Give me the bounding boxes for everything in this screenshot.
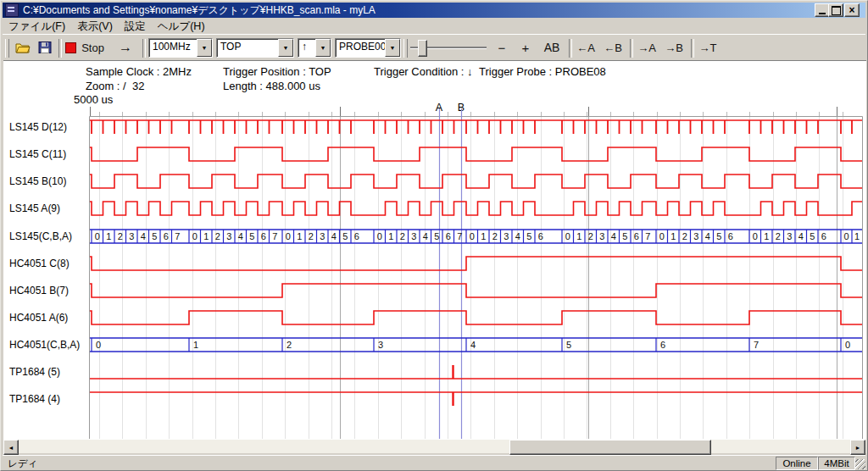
scrollbar-thumb[interactable]	[509, 440, 711, 455]
waveform-panel	[3, 60, 866, 441]
open-folder-icon	[15, 41, 31, 54]
trigger-position-value: TOP	[217, 39, 278, 57]
info-zoom: Zoom : / 32	[86, 80, 144, 92]
resize-grip[interactable]	[855, 459, 865, 469]
move-cursor-b-left-button[interactable]: ←B	[601, 36, 625, 58]
toolbar-separator	[691, 39, 694, 58]
title-bar[interactable]: C:¥Documents and Settings¥noname¥デスクトップ¥…	[3, 3, 865, 18]
menu-item-view[interactable]: 表示(V)	[71, 19, 119, 35]
signal-label: LS145 C(11)	[9, 147, 87, 161]
trigger-position-combo[interactable]: TOP ▼	[216, 38, 294, 58]
status-bar: レディ Online 4MBit	[3, 455, 865, 470]
trigger-probe-combo[interactable]: PROBE00 ▼	[335, 38, 401, 58]
signal-label: LS145 A(9)	[9, 202, 87, 215]
scroll-left-button[interactable]: ◄	[3, 440, 19, 455]
dropdown-arrow-icon[interactable]: ▼	[315, 39, 331, 57]
save-button[interactable]	[35, 36, 55, 58]
minimize-icon	[819, 13, 826, 14]
run-button[interactable]: →	[113, 36, 138, 58]
app-icon	[5, 3, 19, 17]
window-title: C:¥Documents and Settings¥noname¥デスクトップ¥…	[23, 3, 865, 18]
zoom-out-button[interactable]: −	[492, 36, 511, 58]
trigger-probe-value: PROBE00	[336, 39, 385, 57]
signal-label: HC4051 A(6)	[9, 311, 87, 324]
cursor-a-label: A	[432, 102, 446, 114]
maximize-button[interactable]	[828, 3, 843, 17]
sample-clock-value: 100MHz	[149, 39, 197, 57]
signal-label: LS145(C,B,A)	[9, 230, 87, 243]
stop-label: Stop	[81, 42, 104, 54]
info-trigger-probe: Trigger Probe : PROBE08	[479, 65, 606, 78]
dropdown-arrow-icon[interactable]: ▼	[197, 39, 212, 57]
signal-label: HC4051 C(8)	[9, 257, 87, 270]
zoom-in-button[interactable]: +	[516, 36, 535, 58]
status-memory-badge: 4MBit	[818, 457, 855, 470]
info-trigger-position: Trigger Position : TOP	[223, 65, 331, 78]
open-button[interactable]	[13, 36, 33, 58]
toolbar: Stop → 100MHz ▼ TOP ▼ ↑ ▼ PROBE00 ▼ − + …	[3, 34, 865, 61]
info-length: Length : 488.000 us	[223, 80, 320, 92]
signal-label: LS145 D(12)	[9, 120, 87, 134]
status-ready-text: レディ	[8, 457, 37, 470]
signal-label: TP1684 (5)	[9, 365, 87, 379]
toolbar-separator	[58, 39, 62, 58]
horizontal-scrollbar[interactable]: ◄ ►	[3, 440, 866, 453]
menu-item-file[interactable]: ファイル(F)	[3, 19, 71, 35]
dropdown-arrow-icon[interactable]: ▼	[385, 39, 400, 57]
stop-button[interactable]: Stop	[64, 36, 106, 58]
toolbar-grip[interactable]	[403, 39, 408, 58]
save-floppy-icon	[37, 41, 53, 54]
signal-label: HC4051 B(7)	[9, 284, 87, 297]
goto-trigger-button[interactable]: →T	[696, 36, 720, 58]
scroll-right-button[interactable]: ►	[850, 440, 865, 455]
close-icon: ×	[849, 6, 854, 14]
status-online-badge: Online	[776, 457, 818, 470]
cursor-b-label: B	[454, 102, 468, 114]
menu-item-help[interactable]: ヘルプ(H)	[152, 19, 211, 35]
toolbar-grip[interactable]	[5, 39, 9, 58]
stop-icon	[65, 42, 76, 53]
trigger-edge-value: ↑	[298, 39, 315, 57]
signal-label: LS145 B(10)	[9, 175, 87, 188]
trigger-edge-combo[interactable]: ↑ ▼	[298, 38, 331, 58]
toolbar-separator	[569, 39, 572, 58]
zoom-slider-thumb[interactable]	[418, 40, 427, 57]
signal-label: TP1684 (4)	[9, 392, 87, 406]
toolbar-separator	[630, 39, 633, 58]
maximize-icon	[832, 6, 841, 15]
info-trigger-condition: Trigger Condition : ↓	[374, 65, 473, 78]
move-cursor-a-left-button[interactable]: ←A	[574, 36, 598, 58]
ab-span-button[interactable]: AB	[540, 36, 564, 58]
dropdown-arrow-icon[interactable]: ▼	[278, 39, 293, 57]
sample-clock-combo[interactable]: 100MHz ▼	[148, 38, 213, 58]
signal-label: HC4051(C,B,A)	[9, 338, 87, 352]
toolbar-separator	[142, 39, 146, 58]
app-window: C:¥Documents and Settings¥noname¥デスクトップ¥…	[0, 0, 868, 471]
info-sample-clock: Sample Clock : 2MHz	[86, 65, 192, 78]
menu-bar: ファイル(F) 表示(V) 設定 ヘルプ(H)	[3, 19, 865, 34]
menu-item-settings[interactable]: 設定	[119, 19, 152, 35]
move-cursor-a-right-button[interactable]: →A	[635, 36, 659, 58]
close-button[interactable]: ×	[844, 3, 860, 17]
time-scale-label: 5000 us	[74, 93, 113, 106]
move-cursor-b-right-button[interactable]: →B	[662, 36, 686, 58]
